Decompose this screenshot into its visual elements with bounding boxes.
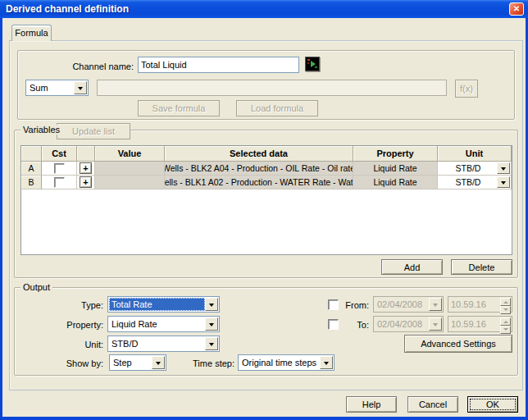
show-by-select[interactable]: Step <box>109 354 166 371</box>
cancel-button-label: Cancel <box>419 399 447 409</box>
unit-label: Unit: <box>46 340 103 349</box>
to-time-value: 10.59.16 <box>451 319 486 329</box>
header-property: Property <box>353 146 438 162</box>
cst-cell <box>42 176 77 189</box>
header-selected-data: Selected data <box>165 146 353 162</box>
window-title: Derived channel definition <box>0 3 129 15</box>
cst-cell <box>42 162 77 176</box>
unit-select-output[interactable]: STB/D <box>107 336 220 352</box>
tab-formula[interactable]: Formula <box>11 25 52 41</box>
from-time-spinner: 10.59.16 <box>448 296 512 313</box>
advanced-settings-button[interactable]: Advanced Settings <box>404 335 512 353</box>
unit-select[interactable]: STB/D <box>438 162 511 175</box>
window-titlebar: Derived channel definition ✕ <box>0 0 528 18</box>
expand-cell: + <box>77 162 95 176</box>
show-by-dropdown-arrow-icon[interactable] <box>152 356 165 369</box>
fx-button: f(x) <box>455 80 478 98</box>
selected-data-cell[interactable]: Wells - BLK2 A04 - Production - OIL Rate… <box>165 162 353 176</box>
formula-expression-input <box>97 80 447 96</box>
save-formula-button: Save formula <box>138 100 220 116</box>
expand-plus-icon[interactable]: + <box>80 162 92 174</box>
operator-select[interactable]: Sum <box>25 80 89 96</box>
time-step-select[interactable]: Original time steps <box>238 354 335 371</box>
type-label: Type: <box>46 300 103 310</box>
expand-plus-icon[interactable]: + <box>80 176 92 188</box>
property-select[interactable]: Liquid Rate <box>107 316 220 332</box>
ok-button-label: OK <box>486 399 499 409</box>
update-list-label: Update list <box>72 126 115 136</box>
load-formula-button: Load formula <box>236 100 318 116</box>
cst-checkbox[interactable] <box>54 163 65 174</box>
to-date-value: 02/04/2008 <box>375 317 429 331</box>
property-dropdown-arrow-icon[interactable] <box>205 317 218 331</box>
header-unit: Unit <box>438 146 512 162</box>
load-formula-label: Load formula <box>251 103 303 113</box>
update-list-button: Update list <box>57 123 130 139</box>
operator-value: Sum <box>27 81 74 94</box>
help-button-label: Help <box>362 399 381 409</box>
property-cell[interactable]: Liquid Rate <box>353 162 438 176</box>
selected-data-cell[interactable]: Wells - BLK1 A02 - Production - WATER Ra… <box>165 176 353 189</box>
show-by-label: Show by: <box>46 358 103 368</box>
to-date-select: 02/04/2008 <box>373 316 444 332</box>
help-button[interactable]: Help <box>346 396 397 413</box>
unit-dropdown-arrow-icon[interactable] <box>497 176 510 188</box>
header-value: Value <box>95 146 165 162</box>
table-row: A + Wells - BLK2 A04 - Production - OIL … <box>21 162 512 176</box>
cst-checkbox[interactable] <box>54 177 65 188</box>
add-button[interactable]: Add <box>381 259 443 275</box>
unit-cell: STB/D <box>438 176 512 189</box>
to-label: To: <box>340 320 369 330</box>
spin-down-icon <box>500 326 511 334</box>
type-select[interactable]: Total Rate <box>107 296 220 313</box>
delete-button[interactable]: Delete <box>451 259 512 275</box>
channel-name-label: Channel name: <box>50 62 134 71</box>
from-checkbox[interactable] <box>328 299 339 310</box>
unit-cell: STB/D <box>438 162 512 176</box>
time-step-dropdown-arrow-icon[interactable] <box>320 356 333 369</box>
save-formula-label: Save formula <box>152 103 206 113</box>
channel-name-input[interactable]: Total Liquid <box>138 57 299 73</box>
unit-select[interactable]: STB/D <box>438 176 511 189</box>
dialog-window: Derived channel definition ✕ Formula Cha… <box>0 0 528 420</box>
variables-table[interactable]: Cst Value Selected data Property Unit A … <box>20 145 512 255</box>
expand-cell: + <box>77 176 95 189</box>
close-button[interactable]: ✕ <box>509 2 524 16</box>
fx-button-label: f(x) <box>460 84 473 94</box>
time-step-value: Original time steps <box>239 356 320 369</box>
from-date-dropdown-arrow-icon <box>429 298 442 311</box>
operator-dropdown-arrow-icon[interactable] <box>74 81 87 94</box>
table-row: B + Wells - BLK1 A02 - Production - WATE… <box>21 176 512 189</box>
to-checkbox[interactable] <box>328 319 339 330</box>
value-cell[interactable] <box>95 162 165 176</box>
unit-output-dropdown-arrow-icon[interactable] <box>205 337 218 350</box>
property-value: Liquid Rate <box>109 317 205 331</box>
ok-button[interactable]: OK <box>467 396 518 413</box>
add-button-label: Add <box>404 262 421 272</box>
type-dropdown-arrow-icon[interactable] <box>205 298 218 311</box>
time-step-label: Time step: <box>169 358 234 368</box>
property-label: Property: <box>46 320 103 330</box>
dialog-content: Formula Channel name: Total Liquid Sum f… <box>2 18 526 417</box>
value-cell[interactable] <box>95 176 165 189</box>
header-cst: Cst <box>42 146 77 162</box>
output-group-label: Output <box>20 282 52 292</box>
spin-down-icon <box>500 306 511 314</box>
from-label: From: <box>340 300 369 310</box>
unit-value: STB/D <box>439 162 497 175</box>
table-header-row: Cst Value Selected data Property Unit <box>21 146 512 162</box>
channel-chart-icon-button[interactable] <box>305 57 320 71</box>
advanced-settings-label: Advanced Settings <box>421 339 496 349</box>
type-value: Total Rate <box>109 298 205 311</box>
variables-group-label: Variables <box>20 125 62 135</box>
show-by-value: Step <box>111 356 152 369</box>
unit-output-value: STB/D <box>109 337 205 350</box>
property-cell[interactable]: Liquid Rate <box>353 176 438 189</box>
chart-icon <box>306 57 319 71</box>
channel-name-value: Total Liquid <box>141 60 187 70</box>
unit-dropdown-arrow-icon[interactable] <box>497 162 510 174</box>
to-date-dropdown-arrow-icon <box>429 317 442 331</box>
to-time-spin-buttons <box>500 317 511 331</box>
cancel-button[interactable]: Cancel <box>407 396 458 413</box>
row-id: A <box>21 162 42 176</box>
